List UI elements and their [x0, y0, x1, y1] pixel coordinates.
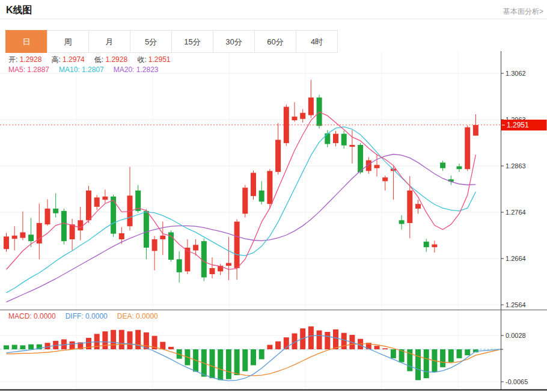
candlestick-layer: [4, 80, 478, 283]
ma20-line: [7, 155, 476, 302]
ohlc-low: 低: 1.2928: [94, 55, 127, 64]
svg-text:1.3062: 1.3062: [506, 70, 526, 77]
svg-text:1.2564: 1.2564: [506, 301, 526, 308]
ohlc-open: 开: 1.2928: [8, 55, 41, 64]
svg-text:1.2863: 1.2863: [506, 162, 526, 170]
price-axis-labels: 1.30621.29631.28631.27641.26641.25640.00…: [501, 70, 528, 385]
macd-readout: MACD: 0.0000DIFF: 0.0000DEA: 0.0000: [8, 312, 168, 320]
ma5-line: [7, 112, 476, 269]
svg-text:1.2764: 1.2764: [506, 209, 526, 216]
svg-text:0.0028: 0.0028: [506, 332, 526, 339]
ohlc-high: 高: 1.2974: [51, 55, 84, 64]
macd-histogram: [4, 326, 478, 380]
ohlc-readout: 开: 1.2928高: 1.2974低: 1.2928收: 1.2951: [8, 55, 180, 65]
macd-dea: DEA: 0.0000: [117, 312, 158, 320]
current-price-tag: 1.2951: [501, 120, 547, 130]
ohlc-close: 收: 1.2951: [137, 55, 170, 64]
svg-text:1.2951: 1.2951: [507, 121, 529, 129]
kline-page: K线图 基本面分析> 日周月5分15分30分60分4时 1.30621.2963…: [0, 0, 547, 392]
svg-text:-0.0065: -0.0065: [506, 378, 528, 385]
svg-text:1.2664: 1.2664: [506, 255, 526, 262]
ma-readout: MA5: 1.2887MA10: 1.2807MA20: 1.2823: [8, 66, 168, 74]
macd-diff: DIFF: 0.0000: [66, 312, 108, 320]
macd-macd: MACD: 0.0000: [8, 312, 56, 320]
gridlines: [0, 51, 501, 390]
ma10-line: [7, 127, 476, 293]
ma-ma5: MA5: 1.2887: [8, 66, 49, 74]
ma-ma10: MA10: 1.2807: [59, 66, 104, 74]
ma-ma20: MA20: 1.2823: [114, 66, 159, 74]
